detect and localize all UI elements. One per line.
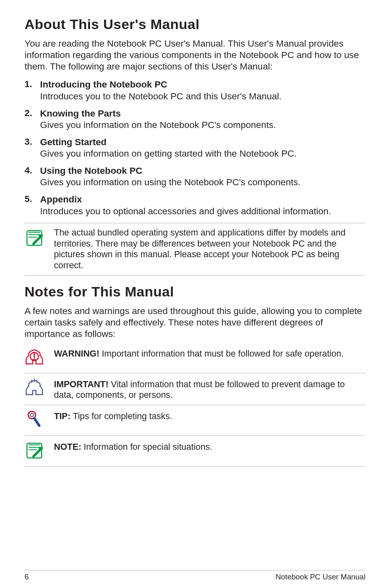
list-item-3: 3. Getting Started Gives you information… xyxy=(25,137,365,159)
warning-icon xyxy=(25,348,44,369)
item-desc: Gives you information on the Notebook PC… xyxy=(40,119,365,131)
warning-lead: WARNING! xyxy=(54,349,99,359)
item-title: Getting Started xyxy=(40,137,365,148)
important-text: IMPORTANT! Vital information that must b… xyxy=(54,377,365,401)
section-about-manual: About This User's Manual You are reading… xyxy=(25,16,365,276)
important-lead: IMPORTANT! xyxy=(54,379,108,389)
important-icon xyxy=(25,378,44,399)
item-desc: Introduces you to the Notebook PC and th… xyxy=(40,91,365,102)
note-block-os: The actual bundled operating system and … xyxy=(25,223,365,276)
intro-notes: A few notes and warnings are used throug… xyxy=(25,305,365,340)
page-footer: 6 Notebook PC User Manual xyxy=(25,570,365,581)
tip-icon xyxy=(25,410,44,431)
item-number: 3. xyxy=(25,137,40,159)
note-icon xyxy=(25,228,44,249)
list-item-1: 1. Introducing the Notebook PC Introduce… xyxy=(25,79,365,102)
heading-notes: Notes for This Manual xyxy=(25,284,365,300)
item-desc: Introduces you to optional accessories a… xyxy=(40,206,365,217)
item-number: 5. xyxy=(25,194,40,217)
page-number: 6 xyxy=(25,572,29,581)
item-number: 4. xyxy=(25,165,40,188)
footer-title: Notebook PC User Manual xyxy=(276,572,365,581)
item-number: 1. xyxy=(25,79,40,102)
note-stack: WARNING! Important information that must… xyxy=(25,347,365,467)
note-row-important: IMPORTANT! Vital information that must b… xyxy=(25,373,365,405)
item-title: Using the Notebook PC xyxy=(40,165,365,177)
note-body: Information for special situations. xyxy=(81,442,212,452)
tip-text: TIP: Tips for completing tasks. xyxy=(54,409,365,422)
item-number: 2. xyxy=(25,108,40,131)
warning-text: WARNING! Important information that must… xyxy=(54,347,365,359)
item-desc: Gives you information on using the Noteb… xyxy=(40,177,365,188)
note-lead: NOTE: xyxy=(54,442,81,452)
section-notes-manual: Notes for This Manual A few notes and wa… xyxy=(25,284,365,467)
item-title: Appendix xyxy=(40,194,365,205)
warning-body: Important information that must be follo… xyxy=(99,349,344,359)
note-row-note: NOTE: Information for special situations… xyxy=(25,435,365,467)
intro-about: You are reading the Notebook PC User's M… xyxy=(25,38,365,72)
heading-about: About This User's Manual xyxy=(25,16,365,32)
tip-lead: TIP: xyxy=(54,411,71,421)
note-text: NOTE: Information for special situations… xyxy=(54,440,365,453)
note-icon xyxy=(25,441,44,462)
list-item-2: 2. Knowing the Parts Gives you informati… xyxy=(25,108,365,131)
svg-point-3 xyxy=(30,413,34,417)
item-desc: Gives you information on getting started… xyxy=(40,148,365,159)
list-item-5: 5. Appendix Introduces you to optional a… xyxy=(25,194,365,217)
note-row-tip: TIP: Tips for completing tasks. xyxy=(25,405,365,435)
note-text-os: The actual bundled operating system and … xyxy=(54,227,365,272)
tip-body: Tips for completing tasks. xyxy=(71,411,173,421)
item-title: Introducing the Notebook PC xyxy=(40,79,365,90)
note-row-warning: WARNING! Important information that must… xyxy=(25,347,365,373)
item-title: Knowing the Parts xyxy=(40,108,365,119)
list-item-4: 4. Using the Notebook PC Gives you infor… xyxy=(25,165,365,188)
